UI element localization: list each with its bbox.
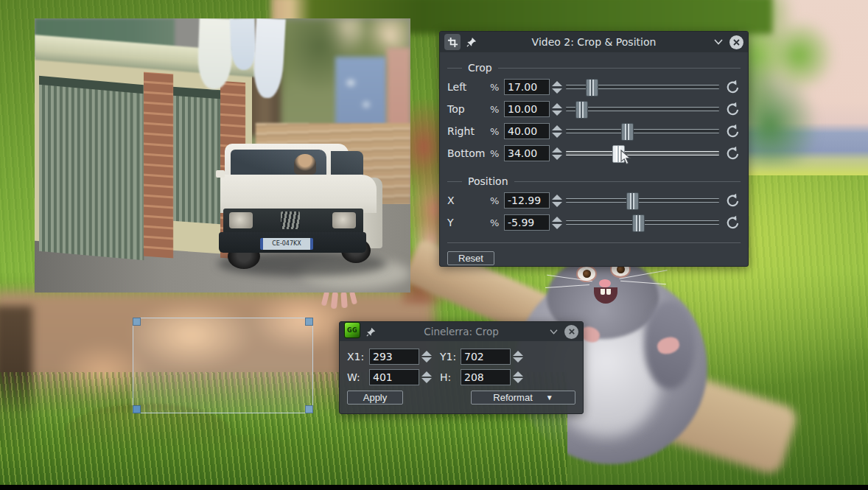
crop-icon[interactable] bbox=[444, 34, 461, 50]
undo-icon[interactable] bbox=[725, 193, 741, 209]
car-headlight bbox=[332, 212, 356, 228]
undo-icon[interactable] bbox=[725, 146, 741, 161]
garage-door bbox=[39, 76, 144, 260]
brick-pillar bbox=[144, 72, 173, 259]
pin-icon[interactable] bbox=[366, 327, 376, 337]
slider[interactable] bbox=[566, 144, 719, 162]
undo-icon[interactable] bbox=[725, 102, 741, 117]
apply-button[interactable]: Apply bbox=[347, 391, 403, 405]
stepper-arrows[interactable] bbox=[552, 147, 563, 160]
separator bbox=[447, 242, 741, 243]
y1-label: Y1: bbox=[440, 351, 461, 363]
chevron-down-icon[interactable] bbox=[713, 38, 724, 46]
row-label: Y bbox=[447, 217, 490, 228]
license-plate: CE-047KX bbox=[260, 238, 313, 250]
percent-label: % bbox=[490, 82, 504, 93]
h-input[interactable] bbox=[461, 369, 511, 385]
crop-position-dialog: Video 2: Crop & Position Crop Left % bbox=[439, 31, 749, 267]
dialog-titlebar[interactable]: GG Cinelerra: Crop bbox=[340, 322, 583, 341]
crop-group-legend: Crop bbox=[447, 61, 741, 74]
stepper-arrows[interactable] bbox=[552, 217, 563, 229]
reset-button[interactable]: Reset bbox=[447, 251, 494, 265]
slider[interactable] bbox=[566, 78, 719, 96]
row-x: X % bbox=[447, 189, 741, 211]
stepper-arrows[interactable] bbox=[552, 125, 563, 138]
row-bottom: Bottom % bbox=[447, 142, 741, 164]
stepper-arrows[interactable] bbox=[552, 195, 563, 207]
slider[interactable] bbox=[566, 214, 719, 231]
slider[interactable] bbox=[566, 100, 719, 118]
crop-selection-rect[interactable] bbox=[133, 318, 313, 413]
chinchilla-tooth bbox=[601, 289, 605, 295]
w-label: W: bbox=[347, 371, 369, 383]
car-mirror bbox=[216, 170, 225, 178]
car-hood bbox=[220, 175, 377, 213]
y1-input[interactable] bbox=[461, 349, 511, 365]
car-driver bbox=[294, 154, 316, 175]
compositor-window: CE-047KX Video 2: Crop & Position bbox=[0, 0, 868, 490]
h-label: H: bbox=[440, 371, 461, 383]
crop-handle-bottom-left[interactable] bbox=[133, 405, 141, 413]
pin-icon[interactable] bbox=[466, 37, 477, 47]
percent-label: % bbox=[490, 217, 504, 228]
percent-label: % bbox=[490, 126, 504, 137]
stepper-arrows[interactable] bbox=[421, 351, 433, 363]
chinchilla-tooth bbox=[606, 289, 611, 295]
percent-label: % bbox=[490, 195, 504, 206]
slider[interactable] bbox=[566, 192, 719, 209]
row-label: Left bbox=[447, 81, 490, 93]
hanging-laundry bbox=[230, 18, 256, 71]
car-headlight bbox=[229, 212, 253, 228]
dialog-title: Video 2: Crop & Position bbox=[440, 36, 748, 48]
crop-handle-bottom-right[interactable] bbox=[305, 405, 313, 413]
fiat-badge bbox=[281, 211, 300, 229]
undo-icon[interactable] bbox=[725, 80, 741, 95]
value-input[interactable] bbox=[504, 79, 550, 95]
dialog-titlebar[interactable]: Video 2: Crop & Position bbox=[440, 32, 748, 52]
position-group-legend: Position bbox=[447, 175, 741, 188]
crop-handle-top-left[interactable] bbox=[133, 318, 141, 326]
chinchilla-nose bbox=[599, 279, 611, 287]
chevron-down-icon[interactable] bbox=[549, 329, 559, 335]
row-label: Top bbox=[447, 103, 490, 115]
mouse-cursor bbox=[620, 150, 631, 165]
row-left: Left % bbox=[447, 76, 741, 98]
stepper-arrows[interactable] bbox=[513, 351, 524, 363]
reformat-label: Reformat bbox=[493, 392, 532, 403]
row-top: Top % bbox=[447, 98, 741, 120]
value-input[interactable] bbox=[504, 145, 550, 161]
percent-label: % bbox=[490, 148, 504, 159]
row-label: X bbox=[447, 195, 490, 206]
creature-finger bbox=[340, 292, 348, 309]
stepper-arrows[interactable] bbox=[513, 371, 524, 383]
slider[interactable] bbox=[566, 122, 719, 140]
dropdown-arrow-icon: ▼ bbox=[546, 393, 553, 402]
stepper-arrows[interactable] bbox=[421, 371, 433, 383]
video-layer-canvas[interactable]: CE-047KX bbox=[35, 18, 410, 293]
close-icon[interactable] bbox=[729, 35, 743, 49]
undo-icon[interactable] bbox=[725, 124, 741, 139]
cinelerra-crop-dialog: GG Cinelerra: Crop X1: bbox=[339, 321, 584, 414]
value-input[interactable] bbox=[504, 214, 550, 231]
x1-input[interactable] bbox=[369, 349, 419, 365]
crop-handle-top-right[interactable] bbox=[305, 318, 313, 326]
cinelerra-gg-icon: GG bbox=[344, 322, 360, 338]
row-y: Y % bbox=[447, 211, 741, 234]
value-input[interactable] bbox=[504, 192, 550, 209]
row-right: Right % bbox=[447, 120, 741, 142]
letterbox-bar bbox=[0, 485, 868, 490]
value-input[interactable] bbox=[504, 101, 550, 117]
reformat-dropdown[interactable]: Reformat ▼ bbox=[471, 391, 575, 405]
x1-label: X1: bbox=[347, 351, 369, 363]
value-input[interactable] bbox=[504, 123, 550, 139]
w-input[interactable] bbox=[369, 369, 419, 385]
row-label: Bottom bbox=[447, 147, 490, 159]
undo-icon[interactable] bbox=[725, 215, 741, 231]
row-label: Right bbox=[447, 125, 490, 137]
percent-label: % bbox=[490, 104, 504, 115]
close-icon[interactable] bbox=[564, 325, 578, 339]
stepper-arrows[interactable] bbox=[552, 81, 563, 94]
stepper-arrows[interactable] bbox=[552, 103, 563, 116]
dialog-title: Cinelerra: Crop bbox=[340, 326, 583, 337]
